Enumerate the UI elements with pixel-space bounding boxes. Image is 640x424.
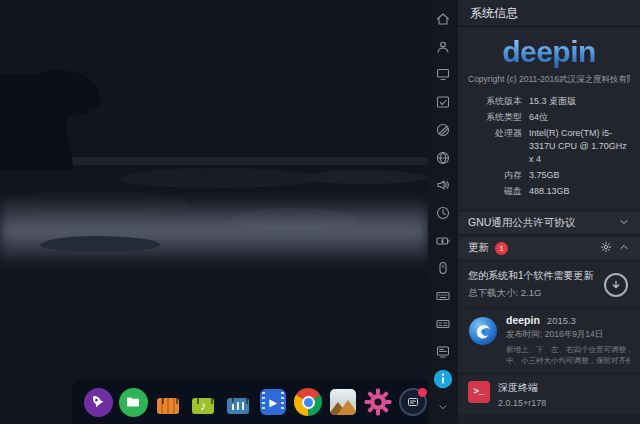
info-row-processor: 处理器 Intel(R) Core(TM) i5-3317U CPU @ 1.7… bbox=[468, 127, 630, 166]
update-item-deepin: deepin 2015.3 发布时间: 2016年9月14日 新增上、下、左、右… bbox=[458, 307, 640, 372]
wallpaper-rocks bbox=[300, 170, 428, 184]
system-info-panel: 系统信息 deepin Copyright (c) 2011-2016武汉深之度… bbox=[458, 0, 640, 424]
info-value: 64位 bbox=[529, 111, 630, 124]
info-value: 488.13GB bbox=[529, 185, 630, 198]
deepin-logo: deepin bbox=[468, 35, 630, 69]
wallpaper-rocks bbox=[120, 168, 320, 188]
download-size-text: 总下载大小: 2.1G bbox=[468, 287, 604, 300]
keyboard-icon bbox=[435, 288, 451, 304]
sidebar-item-keyboard[interactable] bbox=[428, 282, 458, 310]
sidebar-scroll-more[interactable] bbox=[428, 393, 458, 421]
info-row-memory: 内存 3.75GB bbox=[468, 169, 630, 182]
home-icon bbox=[435, 11, 451, 27]
info-icon bbox=[433, 369, 453, 389]
update-settings-gear-icon[interactable] bbox=[600, 241, 612, 255]
license-section-header[interactable]: GNU通用公共许可协议 bbox=[458, 212, 640, 234]
bars-glyph bbox=[232, 402, 244, 410]
chevron-up-icon[interactable] bbox=[618, 241, 630, 255]
sidebar-item-home[interactable] bbox=[428, 5, 458, 33]
mouse-icon bbox=[435, 260, 451, 276]
desktop: ♪ ▶ bbox=[0, 0, 640, 424]
sidebar-item-system-info-active[interactable] bbox=[428, 366, 458, 394]
update-title: 更新 bbox=[468, 241, 489, 255]
boot-screen-icon bbox=[435, 344, 451, 360]
update-item-terminal: >_ 深度终端 2.0.15+r178 bbox=[458, 375, 640, 414]
folder-icon bbox=[125, 394, 141, 410]
sidebar-item-default-apps[interactable] bbox=[428, 88, 458, 116]
release-notes-line: 中、小三种大小均可调整，保留对齐模 … bbox=[506, 356, 630, 365]
release-date: 发布时间: 2016年9月14日 bbox=[506, 329, 630, 341]
user-icon bbox=[435, 39, 451, 55]
terminal-icon: >_ bbox=[468, 381, 490, 403]
music-icon[interactable]: ♪ bbox=[188, 387, 218, 417]
update-section-header[interactable]: 更新 1 bbox=[458, 237, 640, 259]
movie-icon[interactable]: ▶ bbox=[258, 387, 288, 417]
window-glyph bbox=[407, 396, 419, 408]
info-label: 系统版本 bbox=[468, 95, 522, 108]
clock-icon bbox=[435, 205, 451, 221]
sidebar-item-sound[interactable] bbox=[428, 171, 458, 199]
battery-icon bbox=[435, 233, 451, 249]
sidebar-item-power[interactable] bbox=[428, 227, 458, 255]
page-title: 系统信息 bbox=[458, 0, 640, 27]
info-label: 处理器 bbox=[468, 127, 522, 166]
tray-updater-icon[interactable] bbox=[398, 387, 428, 417]
update-name: 深度终端 bbox=[498, 381, 546, 395]
notification-dot bbox=[418, 388, 427, 397]
update-count-badge: 1 bbox=[495, 242, 508, 255]
info-row-version: 系统版本 15.3 桌面版 bbox=[468, 95, 630, 108]
dock: ♪ ▶ bbox=[72, 380, 428, 424]
sidebar-item-personalization[interactable] bbox=[428, 116, 458, 144]
info-row-type: 系统类型 64位 bbox=[468, 111, 630, 124]
info-label: 系统类型 bbox=[468, 111, 522, 124]
speaker-icon bbox=[435, 177, 451, 193]
release-notes: 新增上、下、左、右四个位置可调整，新增窗口大、 中、小三种大小均可调整，保留对齐… bbox=[506, 344, 630, 366]
game-center-icon[interactable] bbox=[223, 387, 253, 417]
update-summary-row: 您的系统和1个软件需要更新 总下载大小: 2.1G bbox=[458, 262, 640, 307]
download-arrow-icon bbox=[610, 279, 622, 291]
image-viewer-icon[interactable] bbox=[328, 387, 358, 417]
chevron-down-icon bbox=[618, 216, 630, 230]
gear-icon bbox=[363, 387, 393, 417]
deepin-swirl-icon bbox=[468, 316, 498, 346]
info-label: 磁盘 bbox=[468, 185, 522, 198]
sidebar-item-display[interactable] bbox=[428, 60, 458, 88]
sidebar-item-datetime[interactable] bbox=[428, 199, 458, 227]
sidebar-item-shortcuts[interactable] bbox=[428, 310, 458, 338]
launcher-icon[interactable] bbox=[83, 387, 113, 417]
wallpaper-mist bbox=[0, 196, 428, 266]
license-title: GNU通用公共许可协议 bbox=[468, 216, 575, 230]
update-summary-text: 您的系统和1个软件需要更新 bbox=[468, 269, 604, 283]
update-name: deepin bbox=[506, 314, 540, 326]
chevron-down-icon bbox=[436, 400, 450, 414]
wallpaper-rocks bbox=[40, 236, 160, 252]
system-info-block: deepin Copyright (c) 2011-2016武汉深之度科技有限公… bbox=[458, 27, 640, 209]
globe-icon bbox=[435, 150, 451, 166]
copyright-text: Copyright (c) 2011-2016武汉深之度科技有限公司 bbox=[468, 74, 630, 86]
download-all-button[interactable] bbox=[604, 273, 628, 297]
info-label: 内存 bbox=[468, 169, 522, 182]
monitor-icon bbox=[435, 66, 451, 82]
info-value: 15.3 桌面版 bbox=[529, 95, 630, 108]
file-manager-icon[interactable] bbox=[118, 387, 148, 417]
shortcut-keys-icon bbox=[435, 316, 451, 332]
wallpaper-tree bbox=[22, 70, 100, 116]
sidebar-item-network[interactable] bbox=[428, 144, 458, 172]
release-notes-line: 新增上、下、左、右四个位置可调整，新增窗口大、 bbox=[506, 344, 630, 355]
sidebar-item-boot-menu[interactable] bbox=[428, 338, 458, 366]
play-glyph: ▶ bbox=[269, 397, 277, 408]
app-store-icon[interactable] bbox=[153, 387, 183, 417]
chrome-icon[interactable] bbox=[293, 387, 323, 417]
info-value: Intel(R) Core(TM) i5-3317U CPU @ 1.70GHz… bbox=[529, 127, 630, 166]
update-version: 2.0.15+r178 bbox=[498, 398, 546, 408]
sidebar-item-mouse[interactable] bbox=[428, 255, 458, 283]
sidebar-item-account[interactable] bbox=[428, 33, 458, 61]
control-center-sidebar bbox=[428, 0, 458, 424]
update-version: 2015.3 bbox=[547, 315, 576, 326]
rocket-icon bbox=[84, 388, 112, 416]
info-row-disk: 磁盘 488.13GB bbox=[468, 185, 630, 198]
brush-icon bbox=[435, 122, 451, 138]
music-note-glyph: ♪ bbox=[200, 400, 206, 412]
wallpaper-rocks bbox=[60, 157, 428, 165]
control-center-icon[interactable] bbox=[363, 387, 393, 417]
